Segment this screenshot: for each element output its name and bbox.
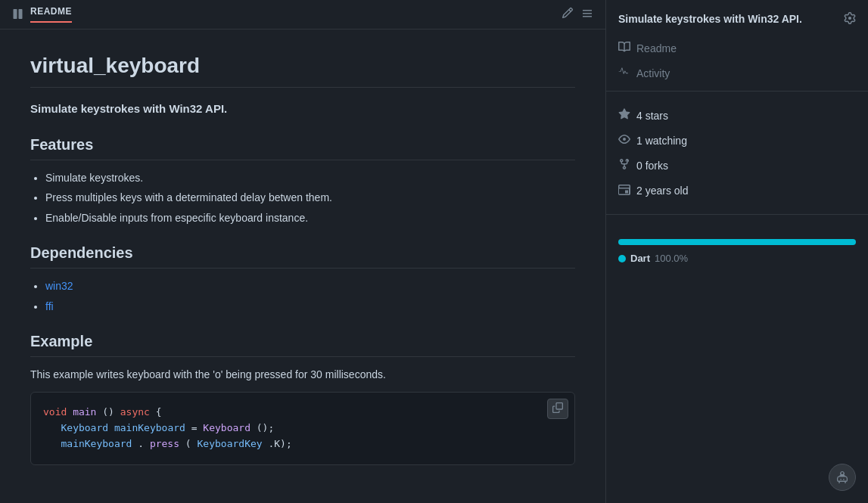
left-panel: README virtual_keyboard Simulate keystro… [0, 0, 605, 503]
nav-label-readme: Readme [636, 42, 677, 54]
code-block: void main () async { Keyboard mainKeyboa… [30, 392, 575, 464]
forks-value: 0 forks [636, 160, 668, 172]
eye-icon [618, 133, 630, 147]
star-icon [618, 108, 630, 123]
language-section: Dart 100.0% [606, 227, 868, 276]
code-line-3: mainKeyboard . press ( KeyboardKey .K); [43, 436, 562, 452]
fork-icon [618, 158, 630, 172]
right-header: Simulate keystrokes with Win32 API. [606, 0, 868, 36]
stats-section: 4 stars 1 watching 0 forks [606, 98, 868, 208]
age-value: 2 years old [636, 185, 688, 197]
right-title: Simulate keystrokes with Win32 API. [618, 12, 838, 27]
stat-stars[interactable]: 4 stars [612, 104, 862, 127]
divider-1 [606, 91, 868, 92]
readme-tab-bar: README [0, 0, 605, 29]
stat-watching[interactable]: 1 watching [612, 129, 862, 152]
repo-title: virtual_keyboard [30, 54, 575, 88]
readme-content: virtual_keyboard Simulate keystrokes wit… [0, 29, 605, 503]
win32-link[interactable]: win32 [45, 280, 73, 292]
calendar-icon [618, 183, 630, 197]
dart-language-pct: 100.0% [655, 253, 688, 264]
list-item: Press multiples keys with a determinated… [45, 189, 575, 206]
nav-item-activity[interactable]: Activity [612, 61, 862, 85]
watching-value: 1 watching [636, 135, 687, 147]
example-description: This example writes keyboard with the 'o… [30, 366, 575, 383]
tab-left: README [12, 6, 72, 23]
book-nav-icon [618, 41, 630, 55]
language-bar [618, 239, 856, 245]
tab-icons [562, 7, 593, 22]
divider-2 [606, 214, 868, 215]
example-heading: Example [30, 333, 575, 357]
list-icon[interactable] [581, 7, 593, 22]
ffi-link[interactable]: ffi [45, 300, 54, 312]
stat-age[interactable]: 2 years old [612, 179, 862, 202]
list-item: Enable/Disable inputs from especific key… [45, 210, 575, 226]
tab-label: README [30, 6, 72, 23]
dart-language-name: Dart [630, 253, 650, 264]
subtitle: Simulate keystrokes with Win32 API. [30, 100, 575, 118]
list-item: Simulate keystrokes. [45, 169, 575, 186]
pencil-icon[interactable] [562, 7, 574, 22]
features-heading: Features [30, 136, 575, 160]
stat-forks[interactable]: 0 forks [612, 154, 862, 177]
list-item: win32 [45, 278, 575, 294]
right-panel: Simulate keystrokes with Win32 API. Read… [605, 0, 868, 503]
features-list: Simulate keystrokes. Press multiples key… [45, 169, 575, 226]
stars-value: 4 stars [636, 110, 668, 122]
activity-nav-icon [618, 66, 630, 80]
right-navigation: Readme Activity [606, 36, 868, 85]
gear-button[interactable] [844, 12, 856, 27]
book-icon [12, 8, 24, 20]
list-item: ffi [45, 298, 575, 315]
dependencies-heading: Dependencies [30, 244, 575, 269]
robot-button[interactable] [829, 464, 856, 491]
nav-label-activity: Activity [636, 67, 670, 79]
language-legend: Dart 100.0% [618, 253, 856, 264]
code-line-2: Keyboard mainKeyboard = Keyboard (); [43, 421, 562, 436]
nav-item-readme[interactable]: Readme [612, 36, 862, 60]
code-line-1: void main () async { [43, 405, 562, 421]
dart-dot [618, 255, 626, 262]
dependencies-list: win32 ffi [45, 278, 575, 315]
copy-code-button[interactable] [547, 399, 568, 419]
